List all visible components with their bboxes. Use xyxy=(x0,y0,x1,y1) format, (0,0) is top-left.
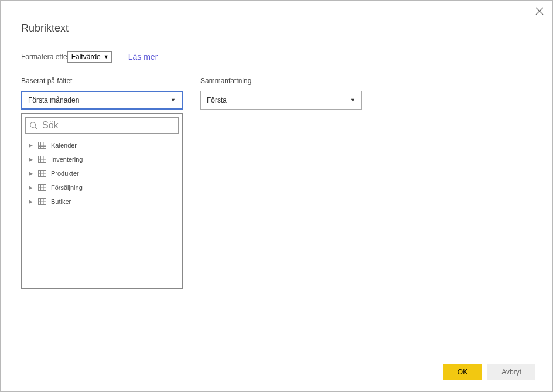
tree-item-kalender[interactable]: ▶ Kalender xyxy=(28,138,179,152)
table-icon xyxy=(38,198,46,205)
tree-item-forsaljning[interactable]: ▶ Försäljning xyxy=(28,180,179,195)
tree-item-label: Produkter xyxy=(51,170,79,177)
tree-item-label: Butiker xyxy=(51,198,71,205)
table-icon xyxy=(38,156,46,163)
based-on-selected: Första månaden xyxy=(28,96,79,104)
summary-select[interactable]: Första ▼ xyxy=(200,91,362,110)
dialog-title: Rubriktext xyxy=(21,22,532,35)
chevron-down-icon: ▼ xyxy=(104,54,109,60)
based-on-label: Baserat på fältet xyxy=(21,77,183,85)
tree-item-butiker[interactable]: ▶ Butiker xyxy=(28,195,179,209)
columns: Baserat på fältet Första månaden ▼ ▶ xyxy=(21,77,532,289)
summary-column: Sammanfattning Första ▼ xyxy=(200,77,362,289)
learn-more-link[interactable]: Läs mer xyxy=(128,52,158,62)
close-icon xyxy=(535,7,544,15)
dialog-footer: OK Avbryt xyxy=(443,364,535,380)
summary-selected: Första xyxy=(207,96,227,104)
table-icon xyxy=(38,142,46,149)
svg-line-3 xyxy=(35,127,37,129)
format-by-selected: Fältvärde xyxy=(71,53,101,61)
field-dropdown-panel: ▶ Kalender ▶ Inventering ▶ xyxy=(21,113,183,289)
close-button[interactable] xyxy=(535,7,544,18)
expand-icon: ▶ xyxy=(29,156,33,162)
search-box[interactable] xyxy=(25,117,179,134)
table-icon xyxy=(38,184,46,191)
title-text-dialog: Rubriktext Formatera efter Fältvärde ▼ L… xyxy=(1,1,552,391)
expand-icon: ▶ xyxy=(29,171,33,176)
tree-item-produkter[interactable]: ▶ Produkter xyxy=(28,166,179,180)
tree-item-label: Försäljning xyxy=(51,184,83,191)
table-icon xyxy=(38,170,46,177)
chevron-down-icon: ▼ xyxy=(170,97,176,103)
tree-item-label: Inventering xyxy=(51,156,83,163)
based-on-select[interactable]: Första månaden ▼ xyxy=(21,91,183,110)
chevron-down-icon: ▼ xyxy=(350,97,356,103)
tree-item-label: Kalender xyxy=(51,142,77,149)
search-icon xyxy=(29,121,37,129)
format-by-select[interactable]: Fältvärde ▼ xyxy=(67,51,112,63)
search-input[interactable] xyxy=(42,120,175,131)
format-by-label: Formatera efter xyxy=(21,53,70,61)
svg-point-2 xyxy=(30,122,36,128)
tree-item-inventering[interactable]: ▶ Inventering xyxy=(28,152,179,166)
expand-icon: ▶ xyxy=(29,185,33,190)
based-on-column: Baserat på fältet Första månaden ▼ ▶ xyxy=(21,77,183,289)
summary-label: Sammanfattning xyxy=(200,77,362,85)
expand-icon: ▶ xyxy=(29,142,33,148)
field-tree: ▶ Kalender ▶ Inventering ▶ xyxy=(25,138,179,209)
cancel-button[interactable]: Avbryt xyxy=(487,364,535,380)
expand-icon: ▶ xyxy=(29,199,33,204)
ok-button[interactable]: OK xyxy=(443,364,482,380)
format-row: Formatera efter Fältvärde ▼ Läs mer xyxy=(21,51,532,63)
